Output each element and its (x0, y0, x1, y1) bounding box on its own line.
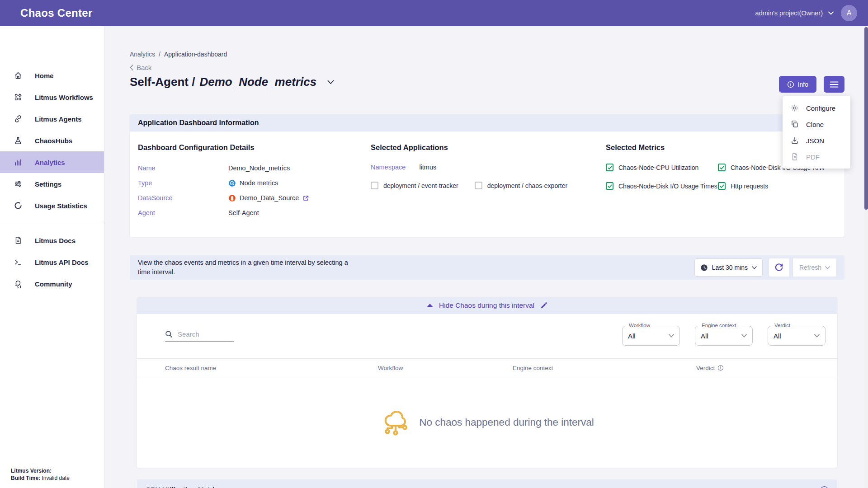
pdf-file-icon (791, 153, 799, 161)
download-icon (791, 136, 799, 145)
column-verdict-label: Verdict (696, 365, 715, 371)
menu-item-label: Clone (806, 121, 824, 128)
page-title: Self-Agent / Demo_Node_metrics (130, 75, 334, 89)
edit-interval-button[interactable] (540, 302, 547, 309)
empty-message: No chaos happened during the interval (419, 417, 594, 428)
sidebar-item-label: Home (35, 72, 54, 80)
checkbox-checked-icon (718, 182, 726, 190)
search-input[interactable] (178, 330, 228, 338)
pencil-icon (540, 302, 547, 309)
application-checkbox-chaos-exporter[interactable]: deployment / chaos-exporter (475, 182, 567, 189)
chevron-down-icon (825, 266, 830, 269)
sidebar-item-label: Usage Statistics (35, 202, 87, 210)
refresh-now-button[interactable] (769, 258, 789, 277)
time-range-selector[interactable]: Last 30 mins (694, 258, 763, 277)
chaos-events-panel: Hide Chaos during this interval Workflow… (137, 297, 837, 468)
checkbox-unchecked-icon (475, 182, 482, 189)
menu-item-label: JSON (806, 137, 824, 145)
project-selector[interactable]: admin's project(Owner) (755, 9, 834, 17)
sidebar-item-litmus-docs[interactable]: Litmus Docs (0, 230, 104, 251)
name-value: Demo_Node_metrics (228, 164, 290, 172)
sidebar-item-litmus-api-docs[interactable]: Litmus API Docs (0, 251, 104, 273)
hide-chaos-toggle[interactable]: Hide Chaos during this interval (439, 301, 534, 310)
sidebar-item-home[interactable]: Home (0, 65, 104, 86)
dashboard-menu-button[interactable] (824, 76, 844, 93)
document-icon (14, 236, 23, 245)
chevron-down-icon (669, 334, 674, 338)
breadcrumb: Analytics / Application-dashboard (130, 51, 844, 58)
avatar[interactable]: A (841, 5, 857, 21)
checkbox-checked-icon (718, 164, 726, 171)
breadcrumb-separator: / (159, 51, 160, 58)
checkbox-checked-icon (606, 164, 613, 171)
sidebar-item-settings[interactable]: Settings (0, 173, 104, 195)
select-label: Verdict (772, 323, 793, 328)
clone-icon (791, 120, 799, 128)
sidebar-item-label: Settings (35, 180, 61, 188)
flask-icon (14, 136, 23, 145)
menu-item-pdf[interactable]: PDF (783, 149, 850, 165)
column-verdict: Verdict (696, 365, 826, 371)
cpu-metrics-header: CPU Utilization Metrics (137, 479, 837, 488)
chevron-left-icon (130, 65, 133, 70)
menu-item-label: PDF (806, 153, 820, 161)
select-value: All (628, 332, 636, 340)
name-label: Name (138, 164, 228, 172)
metric-checkbox-http-requests[interactable]: Http requests (718, 182, 836, 190)
panel-header: Application Dashboard Information (130, 114, 844, 131)
select-label: Engine context (699, 323, 738, 328)
breadcrumb-application-dashboard[interactable]: Application-dashboard (164, 51, 227, 58)
workflow-filter-select[interactable]: Workflow All (622, 326, 680, 346)
section-title: Dashboard Configuration Details (138, 143, 371, 152)
menu-item-json[interactable]: JSON (783, 132, 850, 149)
application-checkbox-event-tracker[interactable]: deployment / event-tracker (371, 182, 458, 189)
link-icon (14, 114, 23, 123)
checkbox-label: Chaos-Node-CPU Utilization (618, 164, 698, 171)
breadcrumb-analytics[interactable]: Analytics (130, 51, 155, 58)
checkbox-label: deployment / event-tracker (383, 182, 458, 189)
verdict-filter-select[interactable]: Verdict All (768, 326, 826, 346)
menu-item-configure[interactable]: Configure (783, 100, 850, 116)
sidebar-item-litmus-workflows[interactable]: Litmus Workflows (0, 86, 104, 108)
info-button[interactable]: Info (779, 76, 816, 93)
sidebar-item-label: ChaosHubs (35, 137, 72, 145)
sidebar-item-label: Litmus Workflows (35, 94, 93, 101)
sidebar-item-chaoshubs[interactable]: ChaosHubs (0, 130, 104, 151)
engine-context-filter-select[interactable]: Engine context All (695, 326, 753, 346)
avatar-initial: A (847, 9, 852, 17)
chaos-toggle-bar: Hide Chaos during this interval (137, 297, 837, 314)
datasource-external-link[interactable] (302, 195, 309, 202)
metric-checkbox-cpu-utilization[interactable]: Chaos-Node-CPU Utilization (606, 164, 718, 171)
info-circle-icon[interactable] (717, 365, 724, 371)
scrollbar-thumb[interactable] (864, 27, 868, 210)
datasource-value: Demo_Data_Source (240, 194, 299, 202)
litmus-version-label: Litmus Version: (11, 468, 52, 474)
sidebar-item-litmus-agents[interactable]: Litmus Agents (0, 108, 104, 130)
column-chaos-result-name: Chaos result name (165, 365, 378, 371)
collapse-section-button[interactable] (820, 486, 829, 488)
collapse-triangle-icon[interactable] (427, 304, 433, 307)
cloud-network-icon (380, 407, 411, 438)
sidebar-item-analytics[interactable]: Analytics (0, 151, 104, 173)
top-bar: Chaos Center admin's project(Owner) A (0, 0, 868, 26)
back-label: Back (137, 64, 151, 71)
gear-icon (791, 104, 799, 112)
metric-checkbox-disk-io-times[interactable]: Chaos-Node-Disk I/O Usage Times (606, 182, 718, 190)
sidebar-item-community[interactable]: Community (0, 273, 104, 295)
chevron-down-icon (814, 334, 820, 338)
dashboard-switcher[interactable] (327, 80, 334, 84)
workflows-icon (14, 93, 23, 102)
interval-description: View the chaos events and metrics in a g… (138, 258, 355, 277)
checkbox-label: Chaos-Node-Disk I/O Usage Times (618, 183, 717, 190)
sidebar: Home Litmus Workflows Litmus Agents Chao… (0, 26, 104, 488)
menu-item-clone[interactable]: Clone (783, 116, 850, 132)
usage-circle-icon (14, 201, 23, 210)
datasource-label: DataSource (138, 194, 228, 202)
menu-item-label: Configure (806, 104, 835, 112)
search-box (165, 330, 234, 342)
title-agent-prefix: Self-Agent / (130, 75, 195, 89)
back-link[interactable]: Back (130, 64, 161, 71)
selected-applications-section: Selected Applications Namespace litmus d… (371, 143, 606, 223)
refresh-mode-selector[interactable]: Refresh (793, 258, 836, 277)
sidebar-item-usage-statistics[interactable]: Usage Statistics (0, 195, 104, 216)
